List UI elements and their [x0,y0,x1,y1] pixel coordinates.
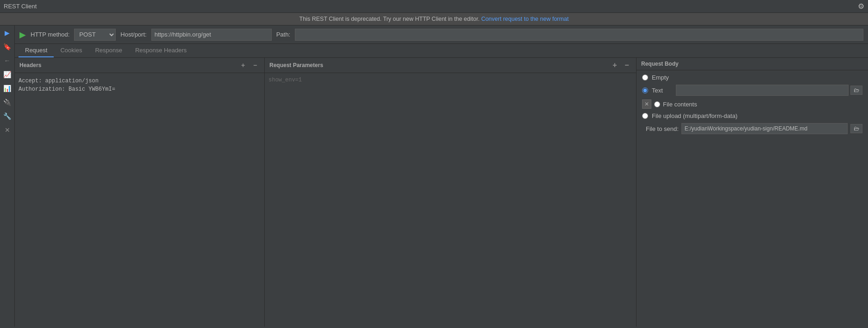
file-browse-btn[interactable]: 🗁 [850,124,862,133]
header-line-2: Authorization: Basic YWB6YmI= [19,85,261,93]
params-placeholder: show_env=1 [269,77,302,83]
host-port-input[interactable] [151,29,272,41]
headers-add-btn[interactable]: + [238,61,248,70]
radio-text-label: Text [652,87,663,94]
params-content: show_env=1 [265,73,636,87]
sidebar-run-icon[interactable]: ▶ [2,27,13,38]
http-method-label: HTTP method: [31,31,69,38]
host-port-label: Host/port: [120,31,146,38]
body-label: Request Body [641,61,679,67]
body-options: Empty Text 🗁 ✕ [637,70,868,138]
panels: Headers + − Accept: application/json Aut… [15,58,868,327]
file-to-send-input[interactable] [681,123,848,134]
file-to-send-label: File to send: [646,125,679,132]
http-method-select[interactable]: POST GET PUT DELETE PATCH [74,29,116,41]
convert-link[interactable]: Convert request to the new format [481,16,568,22]
headers-panel: Headers + − Accept: application/json Aut… [15,58,265,327]
path-input[interactable] [295,29,863,41]
sidebar-bookmark-icon[interactable]: 🔖 [2,41,13,52]
tab-response[interactable]: Response [88,44,129,57]
params-label: Request Parameters [269,62,323,68]
content-area: ▶ HTTP method: POST GET PUT DELETE PATCH… [15,25,868,327]
sidebar-chart-icon[interactable]: 📈 [2,69,13,80]
file-contents-x-btn[interactable]: ✕ [642,99,651,109]
deprecation-message: This REST Client is deprecated. Try our … [300,16,480,22]
radio-row-file-contents: ✕ File contents [642,99,862,109]
headers-label: Headers [19,62,41,68]
headers-minus-btn[interactable]: − [250,61,260,70]
radio-row-file-upload: File upload (multipart/form-data) [642,112,862,119]
radio-text[interactable] [642,87,648,93]
sidebar-close-icon[interactable]: ✕ [2,124,13,136]
radio-file-contents-label: File contents [663,101,697,108]
params-add-btn[interactable]: + [610,61,619,70]
params-panel: Request Parameters + − show_env=1 [265,58,637,327]
main-layout: ▶ 🔖 ← 📈 📊 🔌 🔧 ✕ ▶ HTTP method: POST GET … [0,25,868,327]
body-panel-title: Request Body [637,58,868,70]
params-actions: + − [610,61,631,70]
deprecation-banner: This REST Client is deprecated. Try our … [0,13,868,25]
tab-response-headers[interactable]: Response Headers [129,44,193,57]
toolbar: ▶ HTTP method: POST GET PUT DELETE PATCH… [15,25,868,44]
sidebar-chart2-icon[interactable]: 📊 [2,83,13,94]
sidebar-plugin-icon[interactable]: 🔌 [2,97,13,108]
sidebar-back-icon[interactable]: ← [2,55,13,66]
run-button[interactable]: ▶ [19,30,26,40]
title-bar: REST Client ⚙ [0,0,868,13]
radio-empty-label: Empty [652,74,669,81]
headers-panel-title: Headers + − [15,58,264,73]
radio-file-upload-label: File upload (multipart/form-data) [652,112,737,119]
radio-file-contents[interactable] [654,101,660,107]
body-panel: Request Body Empty Text 🗁 [637,58,868,327]
text-body-input[interactable] [676,85,849,96]
settings-icon[interactable]: ⚙ [858,2,864,11]
params-panel-title: Request Parameters + − [265,58,636,73]
params-minus-btn[interactable]: − [622,61,631,70]
sidebar: ▶ 🔖 ← 📈 📊 🔌 🔧 ✕ [0,25,15,327]
text-browse-btn[interactable]: 🗁 [850,86,862,95]
path-label: Path: [276,31,290,38]
sidebar-wrench-icon[interactable]: 🔧 [2,111,13,122]
app-title: REST Client [4,3,37,10]
headers-content: Accept: application/json Authorization: … [15,73,264,327]
file-to-send-row: File to send: 🗁 [642,123,862,134]
tabs-bar: Request Cookies Response Response Header… [15,44,868,58]
tab-request[interactable]: Request [19,44,54,57]
header-line-1: Accept: application/json [19,77,261,85]
radio-row-text: Text 🗁 [642,85,862,96]
radio-row-empty: Empty [642,74,862,81]
radio-empty[interactable] [642,74,648,80]
radio-file-upload[interactable] [642,113,648,119]
headers-actions: + − [238,61,260,70]
tab-cookies[interactable]: Cookies [54,44,88,57]
